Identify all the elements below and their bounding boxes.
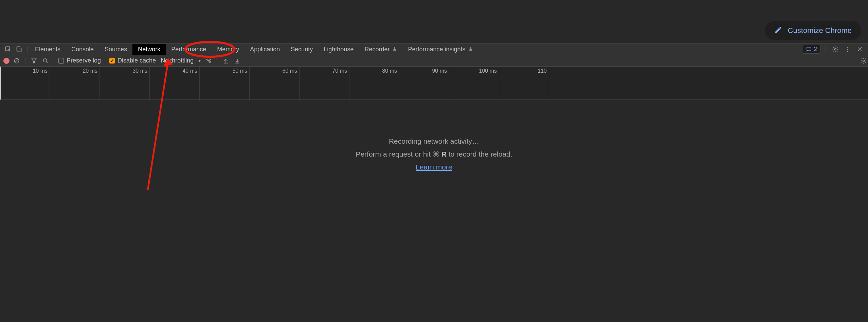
svg-point-8 [43, 58, 47, 62]
tab-recorder[interactable]: Recorder [359, 44, 402, 55]
experimental-icon [468, 47, 473, 52]
tab-sources[interactable]: Sources [99, 44, 132, 55]
checkbox-icon [109, 58, 115, 64]
tab-performance-insights[interactable]: Performance insights [402, 44, 478, 55]
tab-lighthouse[interactable]: Lighthouse [318, 44, 359, 55]
tab-label: Performance [171, 46, 206, 53]
svg-point-3 [835, 49, 836, 50]
tab-label: Elements [35, 46, 60, 53]
timeline-tick-label: 30 ms [132, 68, 147, 74]
timeline-tick-label: 90 ms [432, 68, 447, 74]
network-empty-state: Recording network activity… Perform a re… [0, 100, 868, 322]
timeline-tick-label: 40 ms [182, 68, 197, 74]
close-icon[interactable] [855, 44, 865, 54]
timeline-tick: 70 ms [300, 67, 349, 100]
edit-icon [774, 26, 782, 35]
timeline-tick: 100 ms [449, 67, 499, 100]
svg-rect-2 [19, 48, 21, 52]
timeline-tick: 30 ms [100, 67, 150, 100]
timeline-tick-label: 100 ms [479, 68, 497, 74]
timeline-tick: 10 ms [0, 67, 50, 100]
timeline-tick-label: 70 ms [332, 68, 347, 74]
timeline-tick-label: 110 [538, 68, 547, 74]
divider [54, 57, 54, 64]
timeline-tick: 80 ms [349, 67, 399, 100]
tab-network[interactable]: Network [132, 44, 166, 55]
svg-point-10 [863, 60, 865, 61]
tab-elements[interactable]: Elements [30, 44, 66, 55]
tab-label: Lighthouse [324, 46, 354, 53]
console-messages-count: 2 [814, 46, 817, 53]
device-toolbar-icon[interactable] [14, 44, 24, 54]
tab-label: Application [250, 46, 280, 53]
tab-label: Memory [217, 46, 239, 53]
disable-cache-label: Disable cache [117, 57, 156, 64]
timeline-tick: 90 ms [399, 67, 449, 100]
tab-label: Security [291, 46, 313, 53]
throttling-label: No throttling [161, 57, 194, 64]
clear-icon[interactable] [12, 56, 21, 65]
divider [27, 46, 28, 53]
tab-label: Console [71, 46, 94, 53]
import-har-icon[interactable] [221, 56, 230, 65]
reload-hint-text: Perform a request or hit ⌘ R to record t… [356, 150, 512, 158]
export-har-icon[interactable] [233, 56, 242, 65]
timeline-tick: 50 ms [200, 67, 250, 100]
tab-label: Performance insights [408, 46, 465, 53]
timeline-tick: 20 ms [50, 67, 100, 100]
tab-application[interactable]: Application [245, 44, 285, 55]
throttling-select[interactable]: No throttling ▼ [159, 57, 201, 64]
timeline-tick: 110 [499, 67, 549, 100]
tab-console[interactable]: Console [66, 44, 99, 55]
search-icon[interactable] [41, 56, 50, 65]
tab-memory[interactable]: Memory [212, 44, 245, 55]
tab-security[interactable]: Security [285, 44, 318, 55]
more-menu-icon[interactable] [843, 44, 852, 54]
tab-label: Network [138, 46, 160, 53]
divider [105, 57, 105, 64]
divider [217, 57, 217, 64]
disable-cache-checkbox[interactable]: Disable cache [109, 57, 156, 64]
timeline-tick: 60 ms [250, 67, 300, 100]
timeline-tick-label: 10 ms [33, 68, 48, 74]
svg-point-4 [847, 47, 848, 48]
chevron-down-icon: ▼ [198, 59, 201, 63]
tab-label: Recorder [364, 46, 390, 53]
preserve-log-checkbox[interactable]: Preserve log [58, 57, 101, 64]
divider [826, 46, 826, 53]
record-button[interactable] [3, 58, 10, 64]
timeline-tick: 40 ms [150, 67, 200, 100]
network-conditions-icon[interactable] [204, 56, 213, 65]
preserve-log-label: Preserve log [67, 57, 101, 64]
console-messages-badge[interactable]: 2 [802, 45, 821, 54]
inspect-element-icon[interactable] [3, 44, 13, 54]
checkbox-icon [58, 58, 64, 64]
browser-top-area: Customize Chrome [0, 0, 868, 43]
timeline-overview[interactable]: 10 ms20 ms30 ms40 ms50 ms60 ms70 ms80 ms… [0, 67, 868, 100]
learn-more-link[interactable]: Learn more [416, 163, 452, 171]
filter-icon[interactable] [30, 56, 38, 65]
tab-performance[interactable]: Performance [166, 44, 212, 55]
tabs-list: ElementsConsoleSourcesNetworkPerformance… [30, 44, 478, 55]
network-settings-icon[interactable] [859, 56, 868, 65]
customize-chrome-label: Customize Chrome [788, 26, 852, 35]
divider [25, 57, 25, 64]
settings-icon[interactable] [831, 44, 840, 54]
network-toolbar: Preserve log Disable cache No throttling… [0, 55, 868, 67]
timeline-tick-label: 20 ms [83, 68, 97, 74]
customize-chrome-button[interactable]: Customize Chrome [765, 21, 861, 40]
timeline-tick-label: 60 ms [282, 68, 297, 74]
svg-point-6 [847, 51, 848, 52]
timeline-tick-label: 80 ms [382, 68, 397, 74]
tab-label: Sources [105, 46, 127, 53]
timeline-tick-label: 50 ms [232, 68, 247, 74]
svg-point-5 [847, 49, 848, 50]
recording-status-text: Recording network activity… [389, 137, 479, 145]
devtools-tabs-bar: ElementsConsoleSourcesNetworkPerformance… [0, 43, 868, 55]
experimental-icon [392, 47, 397, 52]
